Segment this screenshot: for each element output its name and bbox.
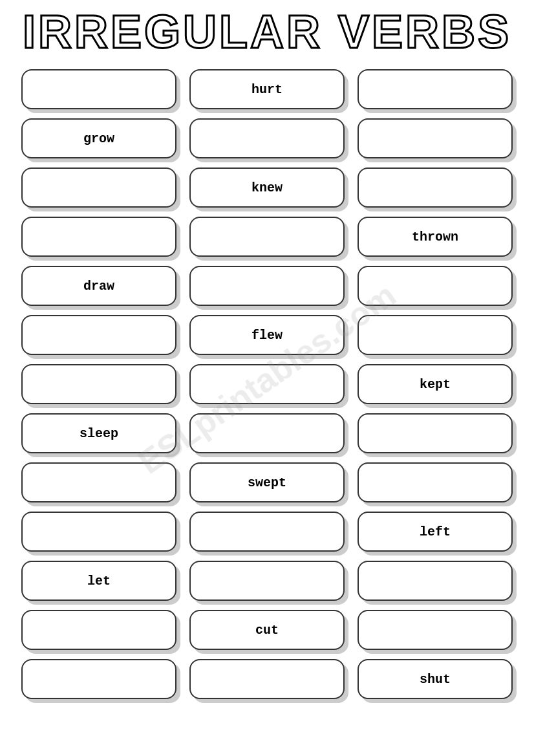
verb-box — [358, 69, 513, 109]
verb-box: cut — [189, 610, 345, 650]
verb-box: kept — [358, 364, 513, 404]
verb-cell — [21, 315, 176, 355]
verb-box — [21, 217, 176, 257]
verb-cell — [358, 167, 513, 208]
verb-box: swept — [189, 462, 345, 502]
verb-box: hurt — [189, 69, 345, 109]
verb-cell: draw — [21, 266, 176, 306]
verb-box — [358, 462, 513, 502]
verb-cell — [358, 118, 513, 158]
verb-box — [358, 315, 513, 355]
verb-cell — [189, 512, 345, 552]
verb-cell: let — [21, 561, 176, 601]
verb-cell: sleep — [21, 413, 176, 453]
verb-box — [21, 462, 176, 502]
verb-box — [189, 413, 345, 453]
verb-cell: swept — [189, 462, 345, 502]
verb-cell: thrown — [358, 217, 513, 257]
verb-box — [358, 413, 513, 453]
verb-box — [21, 610, 176, 650]
verb-cell — [189, 217, 345, 257]
verb-box: thrown — [358, 217, 513, 257]
verb-cell — [21, 69, 176, 109]
verb-box: shut — [358, 659, 513, 699]
verb-cell — [358, 315, 513, 355]
verb-cell: shut — [358, 659, 513, 699]
verb-cell — [358, 266, 513, 306]
verb-cell — [189, 266, 345, 306]
verb-box — [21, 512, 176, 552]
verb-box: grow — [21, 118, 176, 158]
verb-cell — [21, 512, 176, 552]
verb-cell — [189, 364, 345, 404]
verb-box — [21, 167, 176, 208]
verb-box: sleep — [21, 413, 176, 453]
verb-box — [189, 659, 345, 699]
verb-box — [189, 266, 345, 306]
verb-box: left — [358, 512, 513, 552]
verb-cell — [21, 217, 176, 257]
verb-box — [358, 561, 513, 601]
verb-cell — [189, 659, 345, 699]
verb-box — [358, 118, 513, 158]
verb-cell: hurt — [189, 69, 345, 109]
verb-cell — [21, 659, 176, 699]
verb-box — [21, 659, 176, 699]
verb-box — [358, 167, 513, 208]
verb-cell — [21, 610, 176, 650]
verb-cell — [189, 118, 345, 158]
page-title: IRREGULAR VERBS — [23, 6, 511, 58]
verb-cell — [358, 462, 513, 502]
verb-cell: left — [358, 512, 513, 552]
verb-cell: kept — [358, 364, 513, 404]
verb-box — [189, 512, 345, 552]
verb-cell — [358, 69, 513, 109]
verb-box — [21, 315, 176, 355]
verb-cell: knew — [189, 167, 345, 208]
verb-box — [358, 266, 513, 306]
verb-cell: flew — [189, 315, 345, 355]
verb-box — [189, 561, 345, 601]
verb-box: flew — [189, 315, 345, 355]
verb-cell — [189, 561, 345, 601]
verb-box: let — [21, 561, 176, 601]
verb-box — [189, 118, 345, 158]
verb-grid: hurtgrowknewthrowndrawflewkeptsleepswept… — [21, 69, 513, 699]
verb-box: knew — [189, 167, 345, 208]
verb-cell — [21, 167, 176, 208]
verb-cell — [358, 610, 513, 650]
verb-box: draw — [21, 266, 176, 306]
verb-box — [189, 364, 345, 404]
verb-cell: grow — [21, 118, 176, 158]
verb-cell — [189, 413, 345, 453]
verb-cell — [358, 413, 513, 453]
verb-cell — [21, 364, 176, 404]
verb-cell: cut — [189, 610, 345, 650]
verb-box — [189, 217, 345, 257]
verb-box — [21, 69, 176, 109]
verb-box — [21, 364, 176, 404]
verb-cell — [21, 462, 176, 502]
verb-cell — [358, 561, 513, 601]
verb-box — [358, 610, 513, 650]
